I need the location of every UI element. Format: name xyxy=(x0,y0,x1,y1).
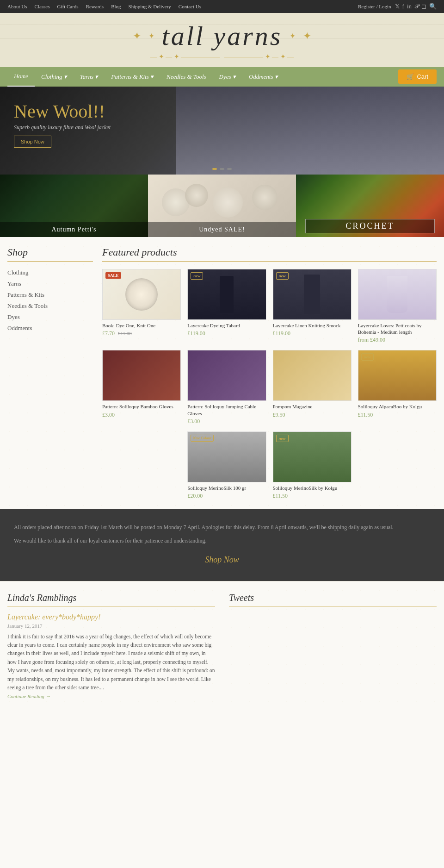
classes-link[interactable]: Classes xyxy=(34,4,49,9)
blog-post-title[interactable]: Layercake: every*body*happy! xyxy=(7,613,215,621)
rewards-link[interactable]: Rewards xyxy=(86,4,104,9)
product-smock[interactable]: new Layercake Linen Knitting Smock £119.… xyxy=(273,269,352,344)
facebook-icon[interactable]: f xyxy=(402,3,404,10)
featured-section: Featured products SALE Book: Dye One, Kn… xyxy=(102,246,437,500)
product-price-2: £119.00 xyxy=(273,330,352,337)
product-img-merino-green: new xyxy=(273,431,352,482)
nav-needles[interactable]: Needles & Tools xyxy=(160,68,212,86)
product-alpaca[interactable]: new Soliloquy AlpacaBoo by Kolgu £11.50 xyxy=(358,350,437,425)
product-pompom[interactable]: Pompom Magazine £9.50 xyxy=(273,350,352,425)
auth-link[interactable]: Register / Login xyxy=(358,4,391,9)
sidebar-item-yarns[interactable]: Yarns xyxy=(7,278,93,289)
product-img-alpaca: new xyxy=(358,350,437,401)
logo-snowflake-left2: ✦ xyxy=(148,31,154,40)
top-bar-links: About Us Classes Gift Cards Rewards Blog… xyxy=(7,4,201,9)
product-price-9: £11.50 xyxy=(273,493,352,500)
product-petticoat[interactable]: Layercake Loves: Petticoats by Bohemia -… xyxy=(358,269,437,344)
shop-now-link[interactable]: Shop Now xyxy=(14,553,430,567)
bottom-section: Linda's Ramblings Layercake: every*body*… xyxy=(0,581,444,712)
hero-dots xyxy=(212,168,232,170)
blog-title: Linda's Ramblings xyxy=(7,593,215,606)
products-row-3: New Colour Soliloquy MerinoSilk 100 gr £… xyxy=(102,431,437,500)
hero-dot-1[interactable] xyxy=(212,168,217,170)
product-name-4: Pattern: Soliloquy Bamboo Gloves xyxy=(102,403,181,410)
cat-undyed-label: Undyed SALE! xyxy=(148,222,296,237)
product-merino-silk-kolgu[interactable]: new Soliloquy MerinoSilk by Kolgu £11.50 xyxy=(273,431,352,500)
product-tabard[interactable]: new Layercake Dyeing Tabard £119.00 xyxy=(187,269,266,344)
product-name-6: Pompom Magazine xyxy=(273,403,352,410)
sidebar-item-needles[interactable]: Needles & Tools xyxy=(7,300,93,312)
product-img-cable-gloves xyxy=(187,350,266,401)
cat-banner-crochet[interactable]: CROCHET xyxy=(296,175,444,237)
product-name-7: Soliloquy AlpacaBoo by Kolgu xyxy=(358,403,437,410)
blog-link[interactable]: Blog xyxy=(111,4,121,9)
product-price-7: £11.50 xyxy=(358,412,437,418)
sidebar-item-dyes[interactable]: Dyes xyxy=(7,312,93,323)
cart-icon: 🛒 xyxy=(407,73,414,80)
sidebar-item-oddments[interactable]: Oddments xyxy=(7,323,93,334)
hero-dot-2[interactable] xyxy=(220,168,224,170)
shop-sidebar: Shop Clothing Yarns Patterns & Kits Need… xyxy=(7,246,93,500)
product-badge-new-2: new xyxy=(276,272,289,280)
pinterest-icon[interactable]: 𝒫 xyxy=(414,3,419,10)
products-row-1: SALE Book: Dye One, Knit One £7.70 £11.0… xyxy=(102,269,437,344)
about-link[interactable]: About Us xyxy=(7,4,27,9)
hero-dot-3[interactable] xyxy=(227,168,232,170)
notice-text: All orders placed after noon on Friday 1… xyxy=(14,523,430,532)
product-price-3: from £49.00 xyxy=(358,337,437,343)
cat-banner-autumn[interactable]: Autumn Petti's xyxy=(0,175,148,237)
logo-text[interactable]: tall yarns xyxy=(162,21,283,51)
notice-section: All orders placed after noon on Friday 1… xyxy=(0,509,444,581)
search-icon[interactable]: 🔍 xyxy=(429,3,437,10)
sidebar-item-patterns[interactable]: Patterns & Kits xyxy=(7,289,93,300)
nav-home[interactable]: Home xyxy=(7,67,35,87)
social-icons: 𝕏 f in 𝒫 ◻ 🔍 xyxy=(395,3,437,10)
product-book-dye[interactable]: SALE Book: Dye One, Knit One £7.70 £11.0… xyxy=(102,269,181,344)
nav-bar: Home Clothing ▾ Yarns ▾ Patterns & Kits … xyxy=(0,67,444,87)
tweets-title: Tweets xyxy=(229,593,437,606)
sidebar-item-clothing[interactable]: Clothing xyxy=(7,267,93,278)
hero-shop-button[interactable]: Shop Now xyxy=(14,136,51,148)
nav-clothing[interactable]: Clothing ▾ xyxy=(35,68,74,86)
nav-oddments[interactable]: Oddments ▾ xyxy=(242,68,284,86)
product-cable-gloves[interactable]: Pattern: Soliloquy Jumping Cable Gloves … xyxy=(187,350,266,425)
contact-link[interactable]: Contact Us xyxy=(179,4,201,9)
product-price-old-0: £11.00 xyxy=(118,331,132,336)
giftcards-link[interactable]: Gift Cards xyxy=(57,4,78,9)
product-badge-new-7: new xyxy=(361,353,374,361)
blog-date: January 12, 2017 xyxy=(7,623,215,629)
cart-button[interactable]: 🛒 Cart xyxy=(398,69,437,84)
product-img-merino-grey: New Colour xyxy=(187,431,266,482)
logo-snowflake-left: ✦ xyxy=(133,30,141,42)
notice-subtext: We would like to thank all of our loyal … xyxy=(14,536,430,545)
top-bar-right: Register / Login 𝕏 f in 𝒫 ◻ 🔍 xyxy=(358,3,437,10)
product-name-0: Book: Dye One, Knit One xyxy=(102,322,181,329)
product-price-5: £3.00 xyxy=(187,418,266,425)
product-price-val-0: £7.70 xyxy=(102,330,115,337)
read-more-link[interactable]: Continue Reading → xyxy=(7,693,50,699)
nav-patterns[interactable]: Patterns & Kits ▾ xyxy=(105,68,160,86)
cart-label: Cart xyxy=(417,73,428,80)
hero-title: New Wool!! xyxy=(14,100,111,122)
shipping-link[interactable]: Shipping & Delivery xyxy=(129,4,171,9)
instagram-icon[interactable]: in xyxy=(407,3,412,10)
products-row-2: Pattern: Soliloquy Bamboo Gloves £3.00 P… xyxy=(102,350,437,425)
cat-banner-undyed[interactable]: Undyed SALE! xyxy=(148,175,296,237)
deco-line-right: —————— ✦ — ✦ — xyxy=(224,53,294,61)
product-img-tabard: new xyxy=(187,269,266,320)
product-merino-silk-100[interactable]: New Colour Soliloquy MerinoSilk 100 gr £… xyxy=(187,431,266,500)
product-price-0: £7.70 £11.00 xyxy=(102,330,181,337)
nav-links: Home Clothing ▾ Yarns ▾ Patterns & Kits … xyxy=(7,67,284,87)
product-badge-new-9: new xyxy=(276,435,289,442)
product-img-pompom xyxy=(273,350,352,401)
twitter-icon[interactable]: 𝕏 xyxy=(395,3,400,10)
nav-yarns[interactable]: Yarns ▾ xyxy=(74,68,105,86)
tumblr-icon[interactable]: ◻ xyxy=(421,3,426,10)
product-name-9: Soliloquy MerinoSilk by Kolgu xyxy=(273,485,352,491)
product-img-bamboo-gloves xyxy=(102,350,181,401)
product-price-4: £3.00 xyxy=(102,412,181,418)
nav-dyes[interactable]: Dyes ▾ xyxy=(213,68,242,86)
product-bamboo-gloves[interactable]: Pattern: Soliloquy Bamboo Gloves £3.00 xyxy=(102,350,181,425)
hero-fabric-image xyxy=(176,87,444,175)
product-name-2: Layercake Linen Knitting Smock xyxy=(273,322,352,329)
